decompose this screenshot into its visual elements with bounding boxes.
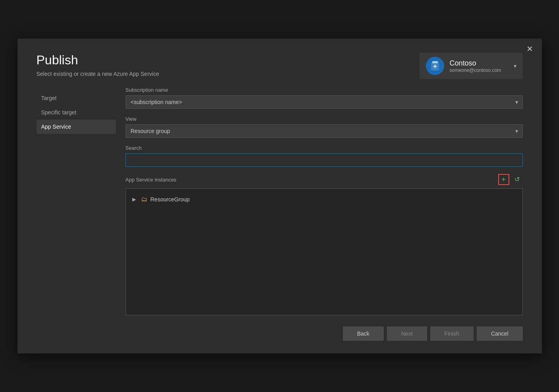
finish-button[interactable]: Finish bbox=[430, 326, 474, 341]
dialog-title: Publish bbox=[37, 53, 159, 68]
sidebar-item-app-service[interactable]: App Service bbox=[37, 120, 116, 134]
view-select-wrapper: Resource group Service type bbox=[126, 124, 523, 138]
sidebar-item-specific-target[interactable]: Specific target bbox=[37, 105, 116, 120]
tree-item-label: ResourceGroup bbox=[151, 196, 190, 203]
dialog-subtitle: Select existing or create a new Azure Ap… bbox=[37, 71, 159, 77]
view-group: View Resource group Service type bbox=[126, 116, 523, 138]
add-instance-button[interactable]: + bbox=[498, 174, 509, 185]
search-input[interactable] bbox=[126, 153, 523, 167]
title-area: Publish Select existing or create a new … bbox=[37, 53, 159, 77]
instances-label: App Service instances bbox=[126, 177, 177, 183]
refresh-button[interactable]: ↺ bbox=[512, 174, 523, 185]
view-label: View bbox=[126, 116, 523, 122]
search-label: Search bbox=[126, 145, 523, 151]
sidebar: Target Specific target App Service bbox=[37, 87, 116, 315]
tree-item-resourcegroup[interactable]: ▶ 🗂 ResourceGroup bbox=[131, 193, 518, 205]
subscription-label: Subscription name bbox=[126, 87, 523, 93]
instances-actions: + ↺ bbox=[498, 174, 523, 185]
instances-header: App Service instances + ↺ bbox=[126, 174, 523, 185]
next-button[interactable]: Next bbox=[387, 326, 427, 341]
sidebar-item-target[interactable]: Target bbox=[37, 91, 116, 105]
subscription-group: Subscription name <subscription name> bbox=[126, 87, 523, 109]
cancel-button[interactable]: Cancel bbox=[477, 326, 523, 341]
account-name: Contoso bbox=[450, 59, 508, 68]
tree-expand-icon: ▶ bbox=[132, 197, 138, 202]
subscription-select[interactable]: <subscription name> bbox=[126, 95, 523, 109]
dialog-footer: Back Next Finish Cancel bbox=[17, 315, 542, 353]
tree-panel: ▶ 🗂 ResourceGroup bbox=[126, 188, 523, 315]
view-select[interactable]: Resource group Service type bbox=[126, 124, 523, 138]
folder-icon: 🗂 bbox=[141, 196, 147, 203]
account-email: someone@contoso.com bbox=[450, 68, 508, 73]
publish-dialog: ✕ Publish Select existing or create a ne… bbox=[17, 39, 542, 353]
close-button[interactable]: ✕ bbox=[524, 43, 536, 54]
account-info: Contoso someone@contoso.com bbox=[450, 59, 508, 73]
search-group: Search bbox=[126, 145, 523, 167]
subscription-select-wrapper: <subscription name> bbox=[126, 95, 523, 109]
back-button[interactable]: Back bbox=[343, 326, 384, 341]
svg-rect-2 bbox=[432, 62, 438, 63]
dialog-header: Publish Select existing or create a new … bbox=[17, 39, 542, 87]
dialog-body: Target Specific target App Service Subsc… bbox=[17, 87, 542, 315]
account-badge[interactable]: Contoso someone@contoso.com ▾ bbox=[420, 53, 523, 79]
account-avatar bbox=[426, 57, 444, 75]
account-chevron-icon: ▾ bbox=[514, 63, 516, 69]
main-content: Subscription name <subscription name> Vi… bbox=[116, 87, 523, 315]
